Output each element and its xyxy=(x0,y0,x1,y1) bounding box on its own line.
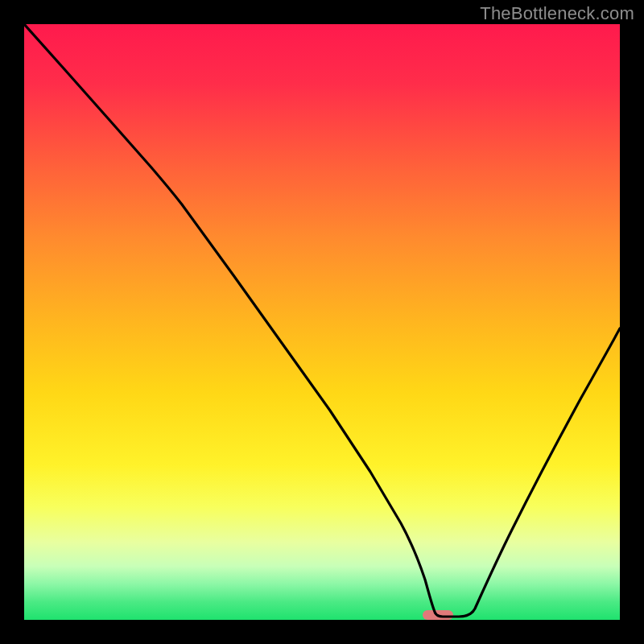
frame: TheBottleneck.com xyxy=(0,0,644,644)
bottleneck-curve xyxy=(24,24,620,620)
plot-area xyxy=(24,24,620,620)
curve-path xyxy=(24,24,620,617)
watermark-text: TheBottleneck.com xyxy=(480,3,634,24)
